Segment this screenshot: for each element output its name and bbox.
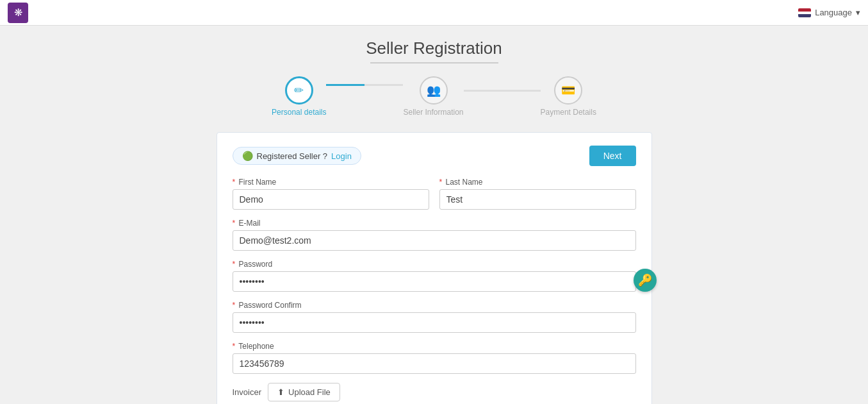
first-name-group: * First Name [233,178,429,210]
flag-icon [798,8,811,17]
step-label-personal: Personal details [272,108,326,117]
email-group: * E-Mail [233,219,636,251]
required-star-tel: * [233,342,236,351]
required-star-email: * [233,219,236,228]
first-name-input[interactable] [233,189,429,210]
page-title: Seller Registration [217,38,652,58]
required-star-pwdconfirm: * [233,301,236,310]
step-circle-payment: 💳 [554,76,582,105]
required-star-lastname: * [439,178,443,187]
step-label-seller: Seller Information [403,108,463,117]
last-name-input[interactable] [439,189,636,210]
edit-icon: ✏ [294,83,304,97]
step-circle-personal: ✏ [285,76,313,105]
step-seller: 👥 Seller Information [403,76,463,117]
registered-seller-pill: 🟢 Registered Seller ? Login [233,147,361,165]
telephone-row: * Telephone [233,342,636,374]
topbar: ❋ Language ▾ [0,0,868,26]
telephone-label: * Telephone [233,342,636,351]
chevron-down-icon: ▾ [856,8,860,17]
stepper: ✏ Personal details 👥 Seller Information … [217,76,652,117]
language-selector[interactable]: Language ▾ [798,8,860,17]
password-confirm-label: * Password Confirm [233,301,636,310]
telephone-input[interactable] [233,353,636,374]
telephone-group: * Telephone [233,342,636,374]
registration-form: 🔑 🟢 Registered Seller ? Login Next * Fir… [217,132,652,404]
required-star-pwd: * [233,260,236,269]
password-confirm-row: * Password Confirm [233,301,636,333]
last-name-label: * Last Name [439,178,636,187]
step-line-2 [464,90,541,92]
password-confirm-group: * Password Confirm [233,301,636,333]
email-input[interactable] [233,230,636,251]
payment-icon: 💳 [561,83,575,97]
seller-check-icon: 🟢 [242,151,253,161]
step-circle-seller: 👥 [420,76,448,105]
first-name-label: * First Name [233,178,429,187]
password-group: * Password [233,260,636,292]
step-personal: ✏ Personal details [272,76,326,117]
invoicer-label: Invoicer [233,387,262,397]
title-underline [370,62,498,63]
seller-icon: 👥 [427,83,441,97]
upload-file-button[interactable]: ⬆ Upload File [268,383,340,401]
site-logo: ❋ [8,3,28,23]
invoicer-row: Invoicer ⬆ Upload File [233,383,636,401]
main-content: Seller Registration ✏ Personal details 👥… [210,26,659,404]
step-label-payment: Payment Details [541,108,596,117]
password-confirm-input[interactable] [233,312,636,333]
password-wrapper [233,271,636,292]
email-row: * E-Mail [233,219,636,251]
password-label: * Password [233,260,636,269]
name-row: * First Name * Last Name [233,178,636,210]
step-payment: 💳 Payment Details [541,76,596,117]
password-input[interactable] [233,271,636,292]
step-line-right [364,84,403,86]
required-star-firstname: * [233,178,236,187]
step-line-left [326,84,364,86]
password-row: * Password [233,260,636,292]
upload-icon: ⬆ [277,387,284,397]
email-label: * E-Mail [233,219,636,228]
key-button[interactable]: 🔑 [634,269,657,292]
registered-bar: 🟢 Registered Seller ? Login Next [233,146,636,166]
language-label: Language [815,8,852,17]
last-name-group: * Last Name [439,178,636,210]
next-button-top[interactable]: Next [589,146,636,166]
registered-seller-text: Registered Seller ? [257,151,328,161]
login-link[interactable]: Login [331,151,352,161]
